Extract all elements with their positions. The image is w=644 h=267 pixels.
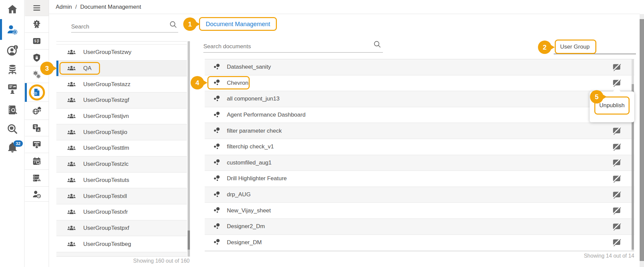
search-icon[interactable] — [373, 40, 382, 49]
user-group-name: UserGroupTestbeg — [83, 241, 131, 248]
document-name: all component_jun13 — [227, 95, 280, 102]
document-row[interactable]: Designer_DM — [205, 235, 634, 251]
nav-item-schedule-search[interactable] — [25, 153, 49, 170]
user-group-list: UserGroupTestzwy QA UserGroupTestazz Use… — [56, 41, 187, 257]
document-row[interactable]: Chevron — [205, 75, 634, 91]
partial-row — [56, 252, 187, 256]
user-group-icon — [67, 176, 76, 185]
document-row[interactable]: customfiled_aug1 — [205, 155, 634, 171]
user-group-name: UserGroupTestzgf — [83, 97, 129, 104]
document-row[interactable]: Drill Highlighter Feature — [205, 171, 634, 187]
sidebar-item-home[interactable] — [0, 0, 24, 19]
document-row[interactable]: New_Vijay_sheet — [205, 203, 634, 219]
annotation-step-1: 1 — [183, 17, 197, 31]
sidebar-item-data-sources[interactable] — [0, 60, 24, 79]
user-group-row[interactable]: UserGroupTestxll — [56, 188, 187, 204]
unpublish-icon[interactable] — [612, 174, 621, 183]
user-group-row-selected[interactable]: QA — [56, 61, 187, 77]
nav-item-certificates[interactable] — [25, 136, 49, 153]
shield-lock-icon — [32, 53, 42, 63]
group-search-input[interactable] — [71, 21, 178, 32]
menu-toggle[interactable] — [25, 0, 49, 16]
active-indicator-bar-secondary — [25, 83, 27, 102]
document-row[interactable]: Designer2_Dm — [205, 219, 634, 235]
unpublish-icon[interactable] — [612, 142, 621, 151]
unpublish-icon[interactable] — [612, 158, 621, 167]
unpublish-icon[interactable] — [612, 238, 621, 247]
user-group-row[interactable]: UserGroupTestxfr — [56, 204, 187, 220]
hamburger-menu-icon — [32, 3, 41, 12]
tab-document-management[interactable]: Document Management — [199, 18, 277, 30]
user-group-name: UserGroupTestjvn — [83, 113, 129, 120]
user-clock-icon — [32, 189, 42, 199]
nav-item-user-sessions[interactable] — [25, 187, 49, 202]
user-group-row[interactable]: UserGroupTestzwy — [56, 45, 187, 61]
group-list-scrollbar-track — [188, 41, 190, 257]
sidebar-item-audit-search[interactable] — [0, 101, 24, 119]
user-group-row[interactable]: UserGroupTestpxf — [56, 220, 187, 237]
document-icon — [212, 78, 221, 87]
nav-item-web-sync[interactable] — [25, 102, 49, 120]
document-row[interactable]: Datasheet_sanity — [205, 59, 634, 75]
breadcrumb-separator: / — [75, 4, 77, 10]
document-row[interactable]: all component_jun13 — [205, 91, 634, 107]
nav-item-billing[interactable] — [25, 33, 49, 50]
sidebar-item-user-management[interactable] — [0, 20, 24, 39]
annotation-number: 2 — [543, 44, 546, 51]
user-group-row[interactable]: UserGroupTesttlm — [56, 140, 187, 156]
annotation-number: 1 — [188, 20, 192, 28]
user-group-row[interactable]: UserGroupTestjvn — [56, 109, 187, 125]
document-icon — [212, 63, 221, 72]
document-name: Designer_DM — [227, 239, 262, 246]
user-group-row[interactable]: UserGroupTestbeg — [56, 236, 187, 252]
breadcrumb-section[interactable]: Admin — [56, 4, 72, 10]
nav-item-translation[interactable] — [25, 120, 49, 136]
user-group-select[interactable]: User Group — [555, 40, 596, 54]
sidebar-item-training[interactable] — [0, 79, 24, 98]
document-search-input[interactable] — [203, 41, 383, 53]
unpublish-icon[interactable] — [612, 126, 621, 135]
nav-item-system-alerts[interactable] — [25, 170, 49, 187]
nav-item-document-management[interactable] — [25, 83, 49, 102]
secondary-sidebar — [25, 0, 49, 267]
user-group-row[interactable]: UserGroupTestzlc — [56, 156, 187, 173]
user-group-name: UserGroupTestzlc — [83, 161, 129, 168]
document-icon — [212, 94, 221, 104]
nav-item-certification[interactable] — [25, 16, 49, 33]
user-group-icon — [67, 208, 76, 216]
document-row[interactable]: Agent Performance Dashboard — [205, 107, 634, 123]
unpublish-icon[interactable] — [612, 63, 621, 72]
document-list-footer: Showing 14 out of 14 — [534, 253, 634, 259]
unpublish-icon[interactable] — [612, 78, 621, 87]
document-icon — [212, 238, 221, 247]
document-row[interactable]: filterchip check_v1 — [205, 139, 634, 155]
document-row[interactable]: filter parameter check — [205, 123, 634, 139]
annotation-step-5: 5 — [590, 90, 603, 104]
user-group-row[interactable]: UserGroupTestjio — [56, 124, 187, 140]
group-list-scrollbar-thumb[interactable] — [188, 230, 190, 250]
user-group-name: UserGroupTestpxf — [83, 225, 129, 231]
primary-sidebar: 32 — [0, 0, 24, 267]
sidebar-item-account-info[interactable] — [0, 41, 24, 60]
top-bar: Admin / Document Management — [49, 0, 640, 14]
search-icon[interactable] — [169, 20, 178, 29]
user-group-row[interactable]: UserGroupTestuts — [56, 173, 187, 189]
sidebar-item-data-search[interactable] — [0, 120, 24, 138]
user-group-icon — [67, 96, 76, 105]
document-icon — [212, 222, 221, 231]
user-group-row[interactable]: UserGroupTestazz — [56, 76, 187, 92]
unpublish-icon[interactable] — [612, 222, 621, 231]
document-icon — [212, 126, 221, 135]
award-icon — [32, 19, 42, 29]
gears-icon — [32, 70, 42, 79]
translate-icon — [32, 123, 42, 133]
page-scrollbar-thumb[interactable] — [640, 19, 644, 261]
unpublish-icon[interactable] — [612, 190, 621, 199]
user-group-icon — [67, 112, 76, 121]
user-group-icon — [67, 128, 76, 137]
user-group-row[interactable]: UserGroupTestzgf — [56, 92, 187, 109]
tooltip-arrow — [613, 87, 621, 92]
document-row[interactable]: drp_AUG — [205, 187, 634, 203]
globe-cloud-sync-icon — [32, 106, 42, 116]
unpublish-icon[interactable] — [612, 206, 621, 215]
